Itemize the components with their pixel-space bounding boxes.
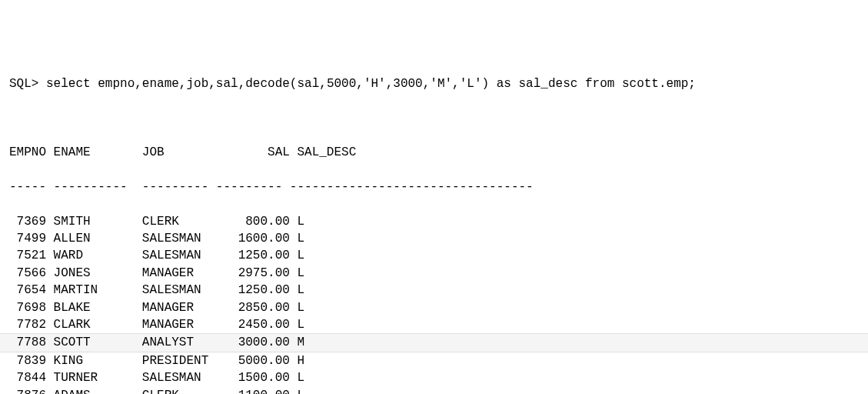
divider-line: ----- ---------- --------- --------- ---… bbox=[9, 179, 859, 195]
sql-query: select empno,ename,job,sal,decode(sal,50… bbox=[46, 77, 696, 91]
blank-line bbox=[9, 109, 859, 126]
table-row: 7782 CLARK MANAGER 2450.00 L bbox=[9, 316, 859, 333]
table-row: 7876 ADAMS CLERK 1100.00 L bbox=[9, 387, 859, 394]
table-row: 7844 TURNER SALESMAN 1500.00 L bbox=[9, 369, 859, 386]
table-row: 7566 JONES MANAGER 2975.00 L bbox=[9, 265, 859, 282]
table-row: 7521 WARD SALESMAN 1250.00 L bbox=[9, 247, 859, 264]
result-rows: 7369 SMITH CLERK 800.00 L 7499 ALLEN SAL… bbox=[9, 213, 859, 394]
sql-query-line: SQL> select empno,ename,job,sal,decode(s… bbox=[9, 75, 859, 92]
table-row: 7698 BLAKE MANAGER 2850.00 L bbox=[9, 299, 859, 316]
sql-prompt: SQL> bbox=[9, 77, 46, 91]
table-row: 7839 KING PRESIDENT 5000.00 H bbox=[9, 352, 859, 369]
table-row: 7499 ALLEN SALESMAN 1600.00 L bbox=[9, 230, 859, 247]
table-row: 7369 SMITH CLERK 800.00 L bbox=[9, 213, 859, 230]
table-row: 7654 MARTIN SALESMAN 1250.00 L bbox=[9, 282, 859, 299]
table-row: 7788 SCOTT ANALYST 3000.00 M bbox=[0, 333, 868, 352]
column-headers: EMPNO ENAME JOB SAL SAL_DESC bbox=[9, 144, 859, 161]
